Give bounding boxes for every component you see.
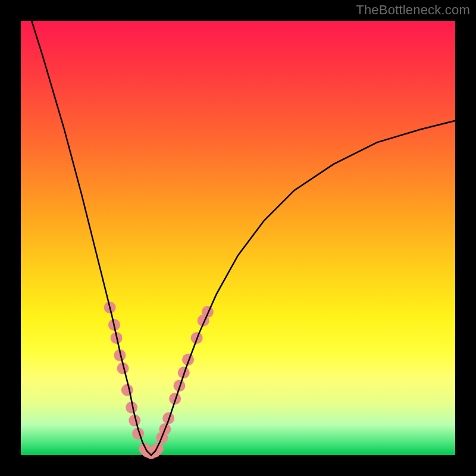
watermark-text: TheBottleneck.com: [356, 2, 470, 18]
chart-frame: TheBottleneck.com: [0, 0, 476, 476]
data-point: [121, 384, 133, 396]
data-points-layer: [104, 302, 214, 459]
data-point: [202, 306, 214, 318]
bottleneck-curve: [21, 0, 455, 455]
chart-svg: [21, 21, 455, 455]
